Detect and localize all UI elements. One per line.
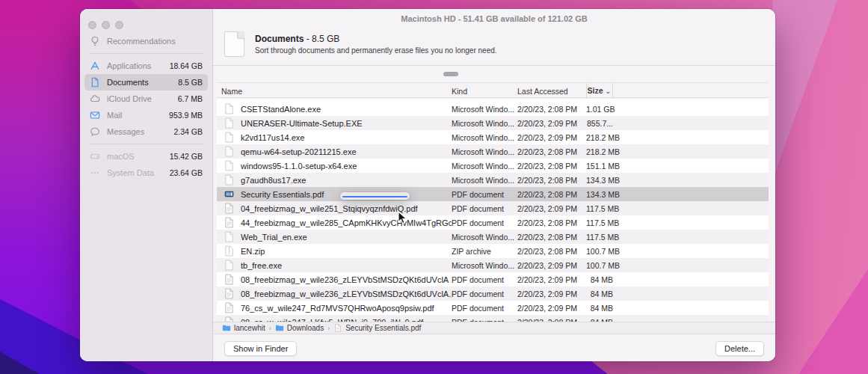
context-menu-item[interactable]	[342, 196, 407, 197]
sidebar-item[interactable]: Recommendations	[84, 33, 208, 49]
tab[interactable]	[508, 72, 523, 76]
file-kind: Microsoft Windo...	[452, 261, 517, 270]
column-header-kind[interactable]: Kind	[452, 87, 517, 96]
sidebar-item-size: 18.64 GB	[170, 61, 203, 70]
breadcrumb-item-label: lancewhit	[234, 324, 265, 332]
file-last-accessed: 2/20/23, 2:08 PM	[517, 233, 586, 242]
show-in-finder-button[interactable]: Show in Finder	[224, 341, 297, 356]
column-header-last-accessed[interactable]: Last Accessed	[517, 87, 586, 96]
document-page-icon	[224, 31, 244, 57]
tab[interactable]	[487, 72, 502, 76]
file-last-accessed: 2/20/23, 2:08 PM	[517, 247, 586, 256]
file-size: 117.5 MB	[586, 233, 613, 242]
column-header-size[interactable]: Size ⌄	[586, 83, 613, 99]
table-row[interactable]: 08_freebizmag_w_wile236_zLEYVbStMSDzQKt6…	[217, 272, 769, 286]
pdf-security-icon	[224, 188, 234, 200]
footer-bar: Show in Finder Delete...	[213, 334, 775, 361]
file-last-accessed: 2/20/23, 2:08 PM	[517, 176, 586, 185]
close-button[interactable]	[88, 21, 96, 29]
file-size: 134.3 MB	[586, 176, 613, 185]
file-name: UNERASER-Ultimate-Setup.EXE	[241, 119, 452, 128]
sidebar-item-label: System Data	[107, 168, 170, 177]
ellipsis-icon	[90, 168, 101, 178]
file-size: 855.7...	[586, 119, 613, 128]
file-kind: Microsoft Windo...	[452, 119, 517, 128]
pdf-file-icon	[224, 203, 234, 214]
sidebar-item[interactable]: macOS 15.42 GB	[84, 148, 208, 165]
breadcrumb-item-label: Security Essentials.pdf	[345, 324, 421, 332]
table-row[interactable]: qemu-w64-setup-20211215.exe Microsoft Wi…	[217, 144, 769, 159]
lightbulb-icon	[90, 36, 101, 46]
table-row[interactable]: 08_cs_w_wile247_LKfw5_WBN_i9_799_jW_9.pd…	[217, 315, 769, 322]
file-size: 151.1 MB	[586, 162, 613, 171]
sidebar-item[interactable]: Messages 2.34 GB	[84, 123, 208, 140]
table-row[interactable]: UNERASER-Ultimate-Setup.EXE Microsoft Wi…	[217, 116, 769, 130]
tab[interactable]	[465, 72, 480, 76]
table-row[interactable]: k2vd117us14.exe Microsoft Windo... 2/20/…	[217, 130, 769, 144]
table-row[interactable]: tb_free.exe Microsoft Windo... 2/20/23, …	[217, 258, 769, 272]
sidebar-item-label: Applications	[107, 61, 170, 70]
window-controls	[88, 21, 123, 29]
file-last-accessed: 2/20/23, 2:09 PM	[517, 304, 586, 313]
file-name: 44_freebizmag_w_wile285_CApmKHKvyCHvMIw4…	[241, 218, 452, 227]
table-row[interactable]: 76_cs_w_wile247_Rd7MVS7QHRwoAposq9psiw.p…	[217, 301, 769, 315]
tab[interactable]	[443, 72, 458, 76]
pdf-file-icon	[224, 217, 234, 228]
sidebar: Recommendations Applications 18.64 GB Do…	[80, 9, 213, 361]
pdf-file-icon	[333, 324, 342, 332]
breadcrumb-item[interactable]: lancewhit ›	[222, 324, 275, 332]
file-size: 100.7 MB	[586, 261, 613, 270]
table-row[interactable]: EN.zip ZIP archive 2/20/23, 2:08 PM 100.…	[217, 244, 769, 258]
sidebar-item[interactable]: Documents 8.5 GB	[84, 74, 208, 91]
tab[interactable]	[530, 72, 545, 76]
section-subtitle: Sort through documents and permanently e…	[255, 46, 497, 55]
table-row[interactable]: 08_freebizmag_w_wile236_zLEYVbStMSDzQKt6…	[217, 286, 769, 301]
sidebar-item[interactable]: System Data 23.64 GB	[84, 165, 208, 181]
sidebar-item-size: 6.7 MB	[178, 94, 203, 103]
file-kind: Microsoft Windo...	[452, 233, 517, 242]
table-header: Name Kind Last Accessed Size ⌄	[217, 82, 769, 98]
minimize-button[interactable]	[102, 21, 110, 29]
breadcrumb-item[interactable]: Security Essentials.pdf ›	[333, 324, 421, 332]
cloud-icon	[90, 94, 101, 104]
breadcrumb-item[interactable]: Downloads ›	[275, 324, 333, 332]
table-row[interactable]: 44_freebizmag_w_wile285_CApmKHKvyCHvMIw4…	[217, 215, 769, 230]
breadcrumb-separator: ›	[327, 325, 330, 332]
table-row[interactable]: Security Essentials.pdf PDF document 2/2…	[217, 187, 769, 201]
app-store-icon	[90, 61, 101, 71]
file-name: 04_freebizmag_w_wile251_StqiqvyqznfdwiQ.…	[241, 204, 452, 213]
desktop: Recommendations Applications 18.64 GB Do…	[0, 0, 868, 374]
table-row[interactable]: g7audh8us17.exe Microsoft Windo... 2/20/…	[217, 173, 769, 187]
table-row[interactable]: Web_Trial_en.exe Microsoft Windo... 2/20…	[217, 230, 769, 244]
table-row[interactable]: 04_freebizmag_w_wile251_StqiqvyqznfdwiQ.…	[217, 201, 769, 215]
section-header: Documents - 8.5 GB Sort through document…	[213, 22, 775, 66]
breadcrumb-separator: ›	[269, 325, 271, 332]
exe-file-icon	[224, 146, 234, 157]
sidebar-item-label: Messages	[107, 127, 173, 136]
file-size: 134.3 MB	[586, 190, 613, 199]
file-kind: PDF document	[452, 289, 517, 298]
file-size: 84 MB	[586, 289, 613, 298]
file-last-accessed: 2/20/23, 2:08 PM	[517, 190, 586, 199]
file-last-accessed: 2/20/23, 2:08 PM	[517, 218, 586, 227]
file-name: EN.zip	[241, 247, 452, 256]
file-size: 84 MB	[586, 275, 613, 284]
zoom-button[interactable]	[115, 21, 123, 29]
disk-icon	[90, 151, 101, 162]
table-row[interactable]: CSETStandAlone.exe Microsoft Windo... 2/…	[217, 102, 769, 116]
exe-file-icon	[224, 117, 234, 129]
sidebar-item[interactable]: iCloud Drive 6.7 MB	[84, 91, 208, 107]
file-last-accessed: 2/20/23, 2:08 PM	[517, 105, 586, 114]
delete-button[interactable]: Delete...	[715, 341, 764, 356]
file-kind: Microsoft Windo...	[452, 162, 517, 171]
sidebar-item[interactable]: Mail 953.9 MB	[84, 107, 208, 123]
file-name: k2vd117us14.exe	[241, 133, 452, 142]
sidebar-item[interactable]: Applications 18.64 GB	[84, 58, 208, 74]
file-size: 117.5 MB	[586, 204, 613, 213]
column-header-name[interactable]: Name	[221, 87, 452, 96]
file-last-accessed: 2/20/23, 2:08 PM	[517, 162, 586, 171]
sidebar-item-label: Mail	[107, 111, 169, 120]
table-row[interactable]: windows95-1.1.0-setup-x64.exe Microsoft …	[217, 159, 769, 173]
zip-file-icon	[224, 245, 234, 257]
context-menu	[340, 192, 410, 200]
